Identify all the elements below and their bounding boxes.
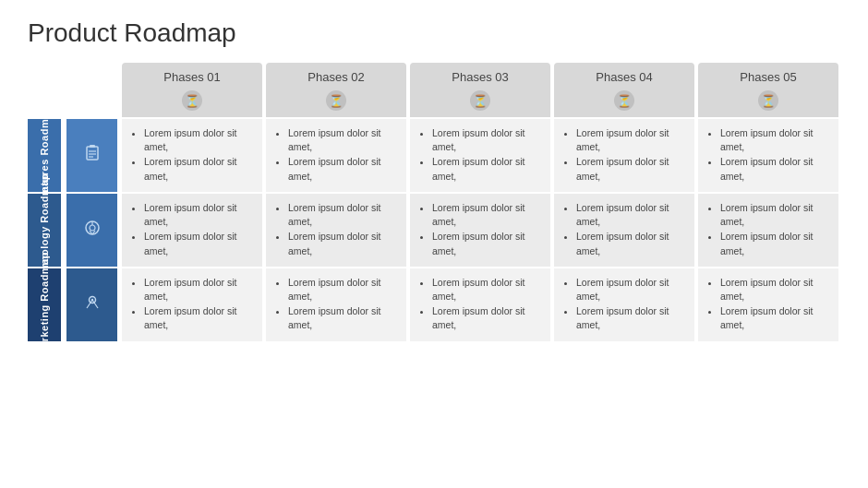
features-icon-area xyxy=(66,119,117,192)
list-item: Lorem ipsum dolor sit amet, xyxy=(720,126,829,154)
phase-4-label: Phases 04 xyxy=(558,70,691,84)
list-item: Lorem ipsum dolor sit amet, xyxy=(144,126,253,154)
phase-2-label: Phases 02 xyxy=(270,70,403,84)
phase-header-5: Phases 05 ⏳ xyxy=(698,63,838,117)
phase-1-label: Phases 01 xyxy=(126,70,259,84)
marketing-icon-area xyxy=(66,268,117,341)
phase-header-3: Phases 03 ⏳ xyxy=(410,63,550,117)
marketing-cell-3: Lorem ipsum dolor sit amet, Lorem ipsum … xyxy=(410,268,550,341)
list-item: Lorem ipsum dolor sit amet, xyxy=(720,276,829,304)
marketing-cell-1: Lorem ipsum dolor sit amet, Lorem ipsum … xyxy=(122,268,262,341)
features-row: Features Roadmap xyxy=(28,119,840,192)
list-item: Lorem ipsum dolor sit amet, xyxy=(144,201,253,229)
list-item: Lorem ipsum dolor sit amet, xyxy=(288,155,397,183)
svg-rect-1 xyxy=(90,145,95,148)
phase-5-label: Phases 05 xyxy=(702,70,835,84)
list-item: Lorem ipsum dolor sit amet, xyxy=(432,155,541,183)
phase-3-label: Phases 03 xyxy=(414,70,547,84)
hourglass-icon-1: ⏳ xyxy=(182,90,202,111)
list-item: Lorem ipsum dolor sit amet, xyxy=(288,201,397,229)
hourglass-icon-5: ⏳ xyxy=(758,90,778,111)
pin-icon xyxy=(83,293,102,316)
body-rows: Features Roadmap xyxy=(28,117,840,341)
svg-point-6 xyxy=(90,225,95,231)
list-item: Lorem ipsum dolor sit amet, xyxy=(432,276,541,304)
technology-icon-area xyxy=(66,194,117,267)
list-item: Lorem ipsum dolor sit amet, xyxy=(576,230,685,257)
list-item: Lorem ipsum dolor sit amet, xyxy=(288,276,397,304)
hourglass-icon-4: ⏳ xyxy=(614,90,634,111)
phase-2-icon: ⏳ xyxy=(270,88,403,113)
list-item: Lorem ipsum dolor sit amet, xyxy=(576,276,685,304)
marketing-label-text: Marketing Roadmap xyxy=(39,252,50,357)
list-item: Lorem ipsum dolor sit amet, xyxy=(576,304,685,332)
marketing-cell-5: Lorem ipsum dolor sit amet, Lorem ipsum … xyxy=(698,268,838,341)
header-row: Phases 01 ⏳ Phases 02 ⏳ Phases 03 ⏳ Phas… xyxy=(120,63,840,117)
svg-rect-0 xyxy=(87,147,98,160)
technology-cell-1: Lorem ipsum dolor sit amet, Lorem ipsum … xyxy=(122,194,262,267)
list-item: Lorem ipsum dolor sit amet, xyxy=(720,230,829,257)
list-item: Lorem ipsum dolor sit amet, xyxy=(144,155,253,183)
list-item: Lorem ipsum dolor sit amet, xyxy=(576,201,685,229)
phase-header-2: Phases 02 ⏳ xyxy=(266,63,406,117)
technology-cell-5: Lorem ipsum dolor sit amet, Lorem ipsum … xyxy=(698,194,838,267)
features-cell-4: Lorem ipsum dolor sit amet, Lorem ipsum … xyxy=(554,119,694,192)
list-item: Lorem ipsum dolor sit amet, xyxy=(720,304,829,332)
phase-4-icon: ⏳ xyxy=(558,88,691,113)
phase-header-1: Phases 01 ⏳ xyxy=(122,63,262,117)
list-item: Lorem ipsum dolor sit amet, xyxy=(720,155,829,183)
features-cell-2: Lorem ipsum dolor sit amet, Lorem ipsum … xyxy=(266,119,406,192)
phase-1-icon: ⏳ xyxy=(126,88,259,113)
list-item: Lorem ipsum dolor sit amet, xyxy=(288,230,397,257)
technology-cell-2: Lorem ipsum dolor sit amet, Lorem ipsum … xyxy=(266,194,406,267)
page-title: Product Roadmap xyxy=(28,18,840,48)
marketing-row: Marketing Roadmap Lorem ipsum do xyxy=(28,268,840,341)
list-item: Lorem ipsum dolor sit amet, xyxy=(144,304,253,332)
list-item: Lorem ipsum dolor sit amet, xyxy=(432,126,541,154)
phase-3-icon: ⏳ xyxy=(414,88,547,113)
features-cell-3: Lorem ipsum dolor sit amet, Lorem ipsum … xyxy=(410,119,550,192)
roadmap-container: Phases 01 ⏳ Phases 02 ⏳ Phases 03 ⏳ Phas… xyxy=(28,63,840,341)
technology-cell-3: Lorem ipsum dolor sit amet, Lorem ipsum … xyxy=(410,194,550,267)
list-item: Lorem ipsum dolor sit amet, xyxy=(144,276,253,304)
usb-icon xyxy=(83,219,102,242)
marketing-label: Marketing Roadmap xyxy=(28,268,120,341)
technology-cell-4: Lorem ipsum dolor sit amet, Lorem ipsum … xyxy=(554,194,694,267)
phase-5-icon: ⏳ xyxy=(702,88,835,113)
list-item: Lorem ipsum dolor sit amet, xyxy=(432,230,541,257)
list-item: Lorem ipsum dolor sit amet, xyxy=(576,126,685,154)
features-cell-1: Lorem ipsum dolor sit amet, Lorem ipsum … xyxy=(122,119,262,192)
marketing-cell-4: Lorem ipsum dolor sit amet, Lorem ipsum … xyxy=(554,268,694,341)
svg-point-11 xyxy=(90,298,92,300)
list-item: Lorem ipsum dolor sit amet, xyxy=(288,304,397,332)
list-item: Lorem ipsum dolor sit amet, xyxy=(288,126,397,154)
marketing-cell-2: Lorem ipsum dolor sit amet, Lorem ipsum … xyxy=(266,268,406,341)
features-cell-5: Lorem ipsum dolor sit amet, Lorem ipsum … xyxy=(698,119,838,192)
list-item: Lorem ipsum dolor sit amet, xyxy=(432,304,541,332)
list-item: Lorem ipsum dolor sit amet, xyxy=(144,230,253,257)
phase-header-4: Phases 04 ⏳ xyxy=(554,63,694,117)
hourglass-icon-2: ⏳ xyxy=(326,90,346,111)
list-item: Lorem ipsum dolor sit amet, xyxy=(432,201,541,229)
hourglass-icon-3: ⏳ xyxy=(470,90,490,111)
list-item: Lorem ipsum dolor sit amet, xyxy=(720,201,829,229)
technology-row: Technology Roadmap xyxy=(28,194,840,267)
clipboard-icon xyxy=(83,144,102,167)
list-item: Lorem ipsum dolor sit amet, xyxy=(576,155,685,183)
